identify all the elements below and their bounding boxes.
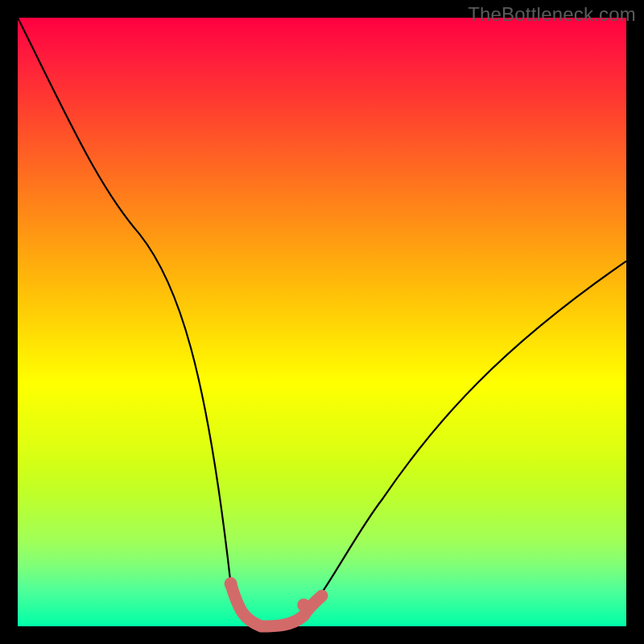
chart-plot-area (18, 18, 626, 626)
chart-frame: TheBottleneck.com (0, 0, 644, 644)
highlight-dot-start (225, 577, 237, 590)
watermark-text: TheBottleneck.com (468, 3, 636, 26)
chart-svg (18, 18, 626, 626)
bottleneck-curve (18, 18, 626, 626)
highlight-dot-end (297, 599, 310, 612)
